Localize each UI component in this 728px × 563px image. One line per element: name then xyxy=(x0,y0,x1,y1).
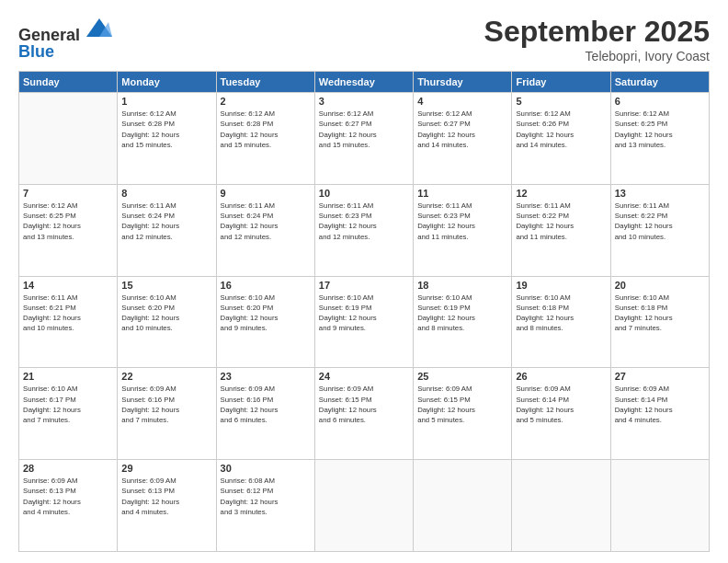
calendar-cell: 23Sunrise: 6:09 AM Sunset: 6:16 PM Dayli… xyxy=(216,368,314,460)
day-number: 30 xyxy=(221,463,311,474)
day-info: Sunrise: 6:09 AM Sunset: 6:14 PM Dayligh… xyxy=(516,384,606,425)
week-row-5: 28Sunrise: 6:09 AM Sunset: 6:13 PM Dayli… xyxy=(19,460,710,552)
day-info: Sunrise: 6:11 AM Sunset: 6:24 PM Dayligh… xyxy=(221,201,311,242)
calendar-cell: 5Sunrise: 6:12 AM Sunset: 6:26 PM Daylig… xyxy=(512,93,610,185)
day-info: Sunrise: 6:12 AM Sunset: 6:25 PM Dayligh… xyxy=(615,109,705,150)
calendar-cell: 27Sunrise: 6:09 AM Sunset: 6:14 PM Dayli… xyxy=(610,368,709,460)
day-number: 8 xyxy=(121,188,211,199)
calendar-cell: 17Sunrise: 6:10 AM Sunset: 6:19 PM Dayli… xyxy=(314,276,413,368)
day-info: Sunrise: 6:11 AM Sunset: 6:23 PM Dayligh… xyxy=(417,201,507,242)
calendar-cell: 16Sunrise: 6:10 AM Sunset: 6:20 PM Dayli… xyxy=(216,276,314,368)
calendar-cell: 24Sunrise: 6:09 AM Sunset: 6:15 PM Dayli… xyxy=(314,368,413,460)
calendar-body: 1Sunrise: 6:12 AM Sunset: 6:28 PM Daylig… xyxy=(19,93,710,552)
day-number: 12 xyxy=(516,188,606,199)
day-info: Sunrise: 6:10 AM Sunset: 6:18 PM Dayligh… xyxy=(516,293,606,334)
calendar-cell: 15Sunrise: 6:10 AM Sunset: 6:20 PM Dayli… xyxy=(118,276,216,368)
calendar-cell: 11Sunrise: 6:11 AM Sunset: 6:23 PM Dayli… xyxy=(414,184,512,276)
calendar-cell: 4Sunrise: 6:12 AM Sunset: 6:27 PM Daylig… xyxy=(414,93,512,185)
dow-monday: Monday xyxy=(118,72,216,93)
calendar-table: SundayMondayTuesdayWednesdayThursdayFrid… xyxy=(18,71,710,552)
day-info: Sunrise: 6:11 AM Sunset: 6:22 PM Dayligh… xyxy=(615,201,705,242)
day-info: Sunrise: 6:09 AM Sunset: 6:15 PM Dayligh… xyxy=(417,384,507,425)
day-info: Sunrise: 6:10 AM Sunset: 6:20 PM Dayligh… xyxy=(121,293,211,334)
day-number: 1 xyxy=(121,96,211,107)
logo-blue: Blue xyxy=(18,43,112,62)
day-number: 5 xyxy=(516,96,606,107)
page-header: General Blue September 2025 Telebopri, I… xyxy=(18,15,710,63)
week-row-4: 21Sunrise: 6:10 AM Sunset: 6:17 PM Dayli… xyxy=(19,368,710,460)
day-info: Sunrise: 6:08 AM Sunset: 6:12 PM Dayligh… xyxy=(221,476,311,517)
calendar-cell: 2Sunrise: 6:12 AM Sunset: 6:28 PM Daylig… xyxy=(216,93,314,185)
day-number: 17 xyxy=(319,280,409,291)
day-info: Sunrise: 6:10 AM Sunset: 6:18 PM Dayligh… xyxy=(615,293,705,334)
day-number: 11 xyxy=(417,188,507,199)
location-title: Telebopri, Ivory Coast xyxy=(484,49,710,63)
calendar-cell: 28Sunrise: 6:09 AM Sunset: 6:13 PM Dayli… xyxy=(19,460,118,552)
logo: General Blue xyxy=(18,15,112,62)
calendar-cell: 25Sunrise: 6:09 AM Sunset: 6:15 PM Dayli… xyxy=(414,368,512,460)
day-info: Sunrise: 6:09 AM Sunset: 6:13 PM Dayligh… xyxy=(121,476,211,517)
day-number: 28 xyxy=(23,463,113,474)
day-info: Sunrise: 6:10 AM Sunset: 6:19 PM Dayligh… xyxy=(319,293,409,334)
day-info: Sunrise: 6:09 AM Sunset: 6:13 PM Dayligh… xyxy=(23,476,113,517)
day-number: 10 xyxy=(319,188,409,199)
day-info: Sunrise: 6:10 AM Sunset: 6:19 PM Dayligh… xyxy=(417,293,507,334)
logo-general: General xyxy=(18,26,80,44)
calendar-cell xyxy=(314,460,413,552)
day-info: Sunrise: 6:09 AM Sunset: 6:14 PM Dayligh… xyxy=(615,384,705,425)
week-row-1: 1Sunrise: 6:12 AM Sunset: 6:28 PM Daylig… xyxy=(19,93,710,185)
calendar-cell: 10Sunrise: 6:11 AM Sunset: 6:23 PM Dayli… xyxy=(314,184,413,276)
calendar-cell: 22Sunrise: 6:09 AM Sunset: 6:16 PM Dayli… xyxy=(118,368,216,460)
day-number: 14 xyxy=(23,280,113,291)
calendar-cell: 8Sunrise: 6:11 AM Sunset: 6:24 PM Daylig… xyxy=(118,184,216,276)
day-number: 24 xyxy=(319,371,409,382)
day-number: 20 xyxy=(615,280,705,291)
calendar-cell: 1Sunrise: 6:12 AM Sunset: 6:28 PM Daylig… xyxy=(118,93,216,185)
calendar-cell: 12Sunrise: 6:11 AM Sunset: 6:22 PM Dayli… xyxy=(512,184,610,276)
day-number: 9 xyxy=(221,188,311,199)
day-info: Sunrise: 6:11 AM Sunset: 6:23 PM Dayligh… xyxy=(319,201,409,242)
day-number: 22 xyxy=(121,371,211,382)
day-info: Sunrise: 6:10 AM Sunset: 6:17 PM Dayligh… xyxy=(23,384,113,425)
day-info: Sunrise: 6:11 AM Sunset: 6:22 PM Dayligh… xyxy=(516,201,606,242)
dow-thursday: Thursday xyxy=(414,72,512,93)
calendar-cell xyxy=(610,460,709,552)
calendar-cell xyxy=(512,460,610,552)
day-number: 18 xyxy=(417,280,507,291)
day-number: 15 xyxy=(121,280,211,291)
day-number: 3 xyxy=(319,96,409,107)
day-number: 7 xyxy=(23,188,113,199)
day-number: 27 xyxy=(615,371,705,382)
day-number: 2 xyxy=(221,96,311,107)
day-info: Sunrise: 6:11 AM Sunset: 6:24 PM Dayligh… xyxy=(121,201,211,242)
week-row-2: 7Sunrise: 6:12 AM Sunset: 6:25 PM Daylig… xyxy=(19,184,710,276)
logo-icon xyxy=(86,15,112,40)
dow-wednesday: Wednesday xyxy=(314,72,413,93)
day-number: 25 xyxy=(417,371,507,382)
calendar-cell xyxy=(19,93,118,185)
calendar-cell: 29Sunrise: 6:09 AM Sunset: 6:13 PM Dayli… xyxy=(118,460,216,552)
dow-saturday: Saturday xyxy=(610,72,709,93)
day-info: Sunrise: 6:09 AM Sunset: 6:16 PM Dayligh… xyxy=(121,384,211,425)
dow-sunday: Sunday xyxy=(19,72,118,93)
day-info: Sunrise: 6:12 AM Sunset: 6:26 PM Dayligh… xyxy=(516,109,606,150)
day-info: Sunrise: 6:12 AM Sunset: 6:25 PM Dayligh… xyxy=(23,201,113,242)
day-info: Sunrise: 6:09 AM Sunset: 6:16 PM Dayligh… xyxy=(221,384,311,425)
calendar-cell: 26Sunrise: 6:09 AM Sunset: 6:14 PM Dayli… xyxy=(512,368,610,460)
dow-friday: Friday xyxy=(512,72,610,93)
day-number: 26 xyxy=(516,371,606,382)
day-info: Sunrise: 6:12 AM Sunset: 6:27 PM Dayligh… xyxy=(319,109,409,150)
week-row-3: 14Sunrise: 6:11 AM Sunset: 6:21 PM Dayli… xyxy=(19,276,710,368)
day-number: 23 xyxy=(221,371,311,382)
day-number: 13 xyxy=(615,188,705,199)
day-info: Sunrise: 6:12 AM Sunset: 6:27 PM Dayligh… xyxy=(417,109,507,150)
day-number: 21 xyxy=(23,371,113,382)
calendar-cell xyxy=(414,460,512,552)
calendar-cell: 14Sunrise: 6:11 AM Sunset: 6:21 PM Dayli… xyxy=(19,276,118,368)
calendar-cell: 13Sunrise: 6:11 AM Sunset: 6:22 PM Dayli… xyxy=(610,184,709,276)
day-number: 6 xyxy=(615,96,705,107)
calendar-cell: 30Sunrise: 6:08 AM Sunset: 6:12 PM Dayli… xyxy=(216,460,314,552)
day-of-week-header: SundayMondayTuesdayWednesdayThursdayFrid… xyxy=(19,72,710,93)
month-title: September 2025 xyxy=(484,15,710,49)
calendar-cell: 6Sunrise: 6:12 AM Sunset: 6:25 PM Daylig… xyxy=(610,93,709,185)
